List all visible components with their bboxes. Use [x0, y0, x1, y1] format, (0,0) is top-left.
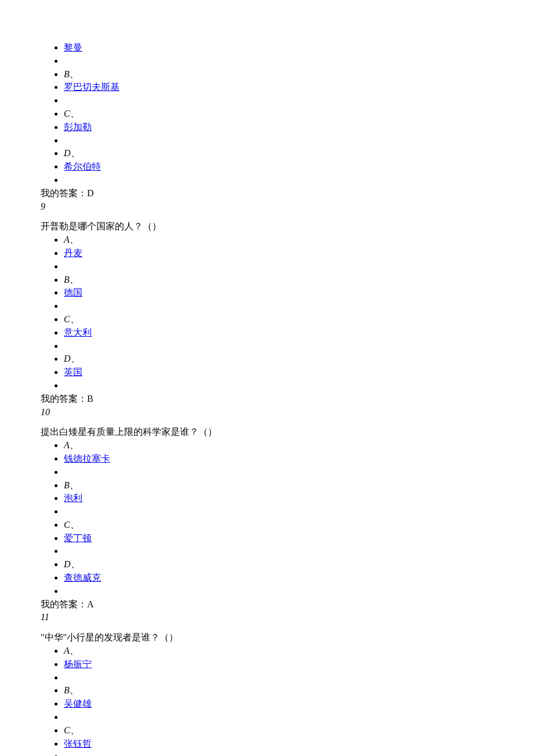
option-c-link[interactable]: 彭加勒	[64, 122, 92, 132]
blank-row	[64, 135, 493, 147]
option-label-d: D、	[64, 559, 80, 569]
option-a-link[interactable]: 钱德拉塞卡	[64, 453, 110, 463]
answer-line-q8: 我的答案：D	[41, 188, 493, 200]
option-list-q9: A、 丹麦 B、 德国 C、 意大利 D、 英国	[41, 234, 493, 392]
option-label-b: B、	[64, 685, 79, 695]
blank-row	[64, 174, 493, 186]
option-label-d: D、	[64, 354, 80, 363]
blank-row	[64, 751, 493, 756]
option-a-link[interactable]: 丹麦	[64, 248, 82, 258]
option-list-q10: A、 钱德拉塞卡 B、 泡利 C、 爱丁顿 D、 查德威克	[41, 440, 493, 597]
question-prompt: "中华"小行星的发现者是谁？（）	[41, 632, 493, 644]
blank-row	[64, 672, 493, 684]
option-a-link[interactable]: 黎曼	[64, 42, 82, 52]
question-number: 9	[41, 201, 493, 213]
option-list-q8: 黎曼 B、 罗巴切夫斯基 C、 彭加勒 D、 希尔伯特	[41, 42, 493, 186]
option-label-d: D、	[64, 148, 80, 158]
option-c-link[interactable]: 意大利	[64, 327, 92, 337]
option-a-link[interactable]: 杨振宁	[64, 659, 92, 669]
blank-row	[64, 711, 493, 723]
question-number: 10	[41, 406, 493, 419]
answer-line-q10: 我的答案：A	[41, 599, 493, 611]
blank-row	[64, 545, 493, 557]
answer-line-q9: 我的答案：B	[41, 393, 493, 405]
question-prompt: 提出白矮星有质量上限的科学家是谁？（）	[41, 426, 493, 438]
option-b-link[interactable]: 吴健雄	[64, 699, 92, 708]
blank-row	[64, 55, 493, 67]
option-d-link[interactable]: 英国	[64, 367, 82, 377]
question-number: 11	[41, 611, 493, 624]
blank-row	[64, 380, 493, 392]
option-label-c: C、	[64, 109, 80, 118]
option-c-link[interactable]: 爱丁顿	[64, 533, 92, 543]
option-c-link[interactable]: 张钰哲	[64, 739, 92, 748]
option-b-link[interactable]: 罗巴切夫斯基	[64, 82, 120, 92]
option-label-b: B、	[64, 480, 79, 490]
option-d-link[interactable]: 查德威克	[64, 573, 101, 582]
option-label-c: C、	[64, 725, 80, 735]
question-prompt: 开普勒是哪个国家的人？（）	[41, 221, 493, 233]
blank-row	[64, 300, 493, 312]
blank-row	[64, 95, 493, 107]
option-label-a: A、	[64, 235, 79, 244]
option-label-b: B、	[64, 69, 79, 79]
option-label-c: C、	[64, 314, 80, 324]
option-label-c: C、	[64, 520, 80, 530]
option-label-b: B、	[64, 275, 79, 285]
option-b-link[interactable]: 德国	[64, 287, 82, 297]
blank-row	[64, 466, 493, 478]
option-label-a: A、	[64, 646, 79, 656]
blank-row	[64, 340, 493, 352]
option-list-q11: A、 杨振宁 B、 吴健雄 C、 张钰哲 D、 李政道	[41, 645, 493, 756]
blank-row	[64, 261, 493, 273]
option-label-a: A、	[64, 440, 79, 450]
blank-row	[64, 585, 493, 597]
option-d-link[interactable]: 希尔伯特	[64, 161, 101, 171]
blank-row	[64, 506, 493, 518]
option-b-link[interactable]: 泡利	[64, 493, 82, 503]
